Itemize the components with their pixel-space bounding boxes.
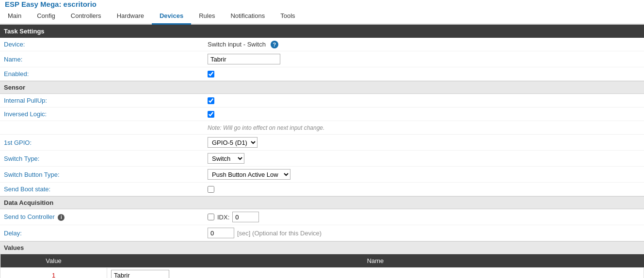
note-area: Note: Will go into effect on next input … <box>208 124 324 131</box>
enabled-label: Enabled: <box>4 70 208 77</box>
delay-suffix: [sec] (Optional for this Device) <box>237 230 322 237</box>
gpio-select[interactable]: GPIO-5 (D1) GPIO-4 (D2) GPIO-0 (D3) GPIO… <box>208 137 258 148</box>
send-boot-state-checkbox[interactable] <box>208 186 214 193</box>
nav-config[interactable]: Config <box>29 8 63 25</box>
row-name-input[interactable] <box>111 270 169 278</box>
send-boot-state-label: Send Boot state: <box>4 185 208 193</box>
inversed-logic-checkbox[interactable] <box>208 111 214 118</box>
note-row: Note: Will go into effect on next input … <box>0 121 644 135</box>
task-settings-header: Task Settings <box>0 25 644 38</box>
data-acquisition-header: Data Acquisition <box>0 196 644 209</box>
switch-button-type-select[interactable]: Push Button Active Low Push Button Activ… <box>208 169 290 180</box>
enabled-checkbox-area <box>208 71 214 77</box>
device-label: Device: <box>4 41 208 48</box>
send-boot-state-row: Send Boot state: <box>0 183 644 196</box>
name-input[interactable] <box>208 54 280 64</box>
nav-controllers[interactable]: Controllers <box>63 8 109 25</box>
title-bar: ESP Easy Mega: escritorio <box>0 0 644 8</box>
send-boot-state-area <box>208 186 214 193</box>
enabled-checkbox[interactable] <box>208 71 214 77</box>
name-input-area <box>208 54 280 64</box>
inversed-logic-label: Inversed Logic: <box>4 110 208 118</box>
note-text: Note: Will go into effect on next input … <box>208 124 324 131</box>
internal-pullup-area <box>208 97 214 104</box>
switch-button-type-select-area: Push Button Active Low Push Button Activ… <box>208 169 290 180</box>
nav-rules[interactable]: Rules <box>191 8 223 25</box>
delay-label: Delay: <box>4 230 208 237</box>
switch-button-type-row: Switch Button Type: Push Button Active L… <box>0 167 644 183</box>
switch-type-select[interactable]: Switch Dimmer <box>208 153 244 164</box>
values-table-header-row: Value Name <box>0 254 644 268</box>
device-value-area: Switch input - Switch ? <box>208 41 278 48</box>
switch-type-select-area: Switch Dimmer <box>208 153 244 164</box>
gpio-row: 1st GPIO: GPIO-5 (D1) GPIO-4 (D2) GPIO-0… <box>0 135 644 151</box>
inversed-logic-row: Inversed Logic: <box>0 108 644 121</box>
delay-area: [sec] (Optional for this Device) <box>208 228 322 238</box>
inversed-logic-area <box>208 111 214 118</box>
internal-pullup-label: Internal PullUp: <box>4 97 208 104</box>
send-to-controller-area: IDX: <box>208 212 259 222</box>
row-value: 1 <box>0 268 107 278</box>
gpio-select-area: GPIO-5 (D1) GPIO-4 (D2) GPIO-0 (D3) GPIO… <box>208 137 258 148</box>
idx-label: IDX: <box>217 214 229 221</box>
table-row: 1 <box>0 268 644 278</box>
internal-pullup-row: Internal PullUp: <box>0 94 644 108</box>
row-name-cell <box>107 268 644 278</box>
enabled-row: Enabled: <box>0 67 644 81</box>
switch-type-label: Switch Type: <box>4 155 208 162</box>
send-to-controller-row: Send to Controller i IDX: <box>0 209 644 225</box>
delay-input[interactable] <box>208 228 234 238</box>
name-label: Name: <box>4 56 208 63</box>
nav-hardware[interactable]: Hardware <box>109 8 152 25</box>
nav-tools[interactable]: Tools <box>273 8 303 25</box>
col-value-header: Value <box>0 254 107 268</box>
send-to-controller-info-icon[interactable]: i <box>58 214 64 221</box>
nav-devices[interactable]: Devices <box>152 8 191 25</box>
gpio-label: 1st GPIO: <box>4 139 208 146</box>
device-value: Switch input - Switch <box>208 41 266 48</box>
name-row: Name: <box>0 51 644 67</box>
delay-row: Delay: [sec] (Optional for this Device) <box>0 225 644 241</box>
sensor-header: Sensor <box>0 81 644 94</box>
switch-button-type-label: Switch Button Type: <box>4 171 208 178</box>
navigation: Main Config Controllers Hardware Devices… <box>0 8 644 25</box>
internal-pullup-checkbox[interactable] <box>208 97 214 104</box>
nav-notifications[interactable]: Notifications <box>223 8 273 25</box>
switch-type-row: Switch Type: Switch Dimmer <box>0 151 644 167</box>
nav-main[interactable]: Main <box>0 8 29 25</box>
device-help-icon[interactable]: ? <box>271 41 278 48</box>
send-to-controller-label: Send to Controller i <box>4 213 208 221</box>
values-header: Values <box>0 241 644 254</box>
idx-input[interactable] <box>232 212 259 222</box>
values-table: Value Name 1 <box>0 254 644 278</box>
device-row: Device: Switch input - Switch ? <box>0 38 644 51</box>
col-name-header: Name <box>107 254 644 268</box>
send-to-controller-checkbox[interactable] <box>208 214 214 220</box>
